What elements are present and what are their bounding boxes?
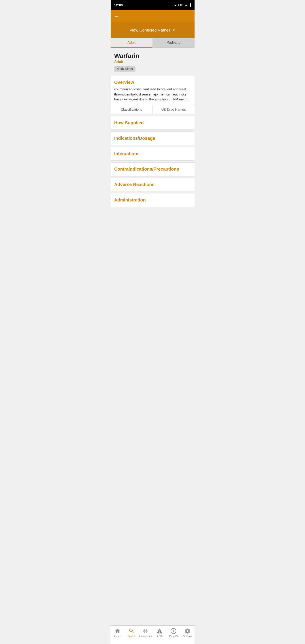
- battery-icon: ▐: [189, 3, 191, 7]
- contraindications-title: Contraindications/Precautions: [114, 166, 179, 172]
- indications-dosage-title: Indications/Dosage: [114, 136, 155, 141]
- adverse-reactions-row[interactable]: Adverse Reactions: [111, 178, 194, 192]
- tab-pediatric[interactable]: Pediatric: [152, 38, 194, 48]
- status-bar: 12:00 ▲ LTE ▲ ▐: [111, 0, 194, 10]
- overview-card: Overview coumarin anticoagulantused to p…: [111, 76, 194, 114]
- tab-pediatric-label: Pediatric: [166, 41, 180, 45]
- how-supplied-title: How Supplied: [114, 120, 144, 125]
- overview-title: Overview: [114, 80, 134, 85]
- confused-names-bar[interactable]: View Confused Names ▼: [111, 22, 194, 38]
- indications-dosage-row[interactable]: Indications/Dosage: [111, 132, 194, 145]
- administration-title: Administration: [114, 198, 146, 202]
- overview-header: Overview: [111, 76, 194, 87]
- overview-body: coumarin anticoagulantused to prevent an…: [111, 87, 194, 105]
- adverse-reactions-title: Adverse Reactions: [114, 182, 154, 187]
- contraindications-row[interactable]: Contraindications/Precautions: [111, 162, 194, 176]
- sub-links-row: Classifications US Drug Names: [111, 105, 194, 114]
- confused-names-label: View Confused Names: [130, 28, 170, 33]
- tab-adult[interactable]: Adult: [111, 38, 153, 48]
- classifications-link[interactable]: Classifications: [111, 105, 153, 114]
- status-time: 12:00: [114, 3, 123, 7]
- interactions-title: Interactions: [114, 151, 140, 156]
- us-drug-names-link[interactable]: US Drug Names: [153, 105, 194, 114]
- drug-header: Warfarin Adult MedGuides: [111, 48, 194, 74]
- drug-type: Adult: [114, 60, 191, 64]
- status-icons: ▲ LTE ▲ ▐: [174, 3, 191, 7]
- back-button[interactable]: ←: [114, 13, 120, 19]
- wifi-icon: ▲: [174, 3, 177, 7]
- chevron-down-icon: ▼: [172, 28, 175, 32]
- classifications-label: Classifications: [121, 108, 142, 111]
- tab-adult-label: Adult: [128, 41, 136, 45]
- tabs-container: Adult Pediatric: [111, 38, 194, 48]
- signal-icon: ▲: [184, 3, 188, 7]
- nav-header: ←: [111, 10, 194, 22]
- how-supplied-row[interactable]: How Supplied: [111, 116, 194, 130]
- back-arrow-icon: ←: [114, 13, 120, 19]
- us-drug-names-label: US Drug Names: [161, 108, 186, 111]
- medguides-badge[interactable]: MedGuides: [114, 66, 136, 72]
- administration-row[interactable]: Administration: [111, 193, 194, 207]
- lte-label: LTE: [178, 3, 183, 7]
- drug-name: Warfarin: [114, 52, 191, 60]
- interactions-row[interactable]: Interactions: [111, 147, 194, 160]
